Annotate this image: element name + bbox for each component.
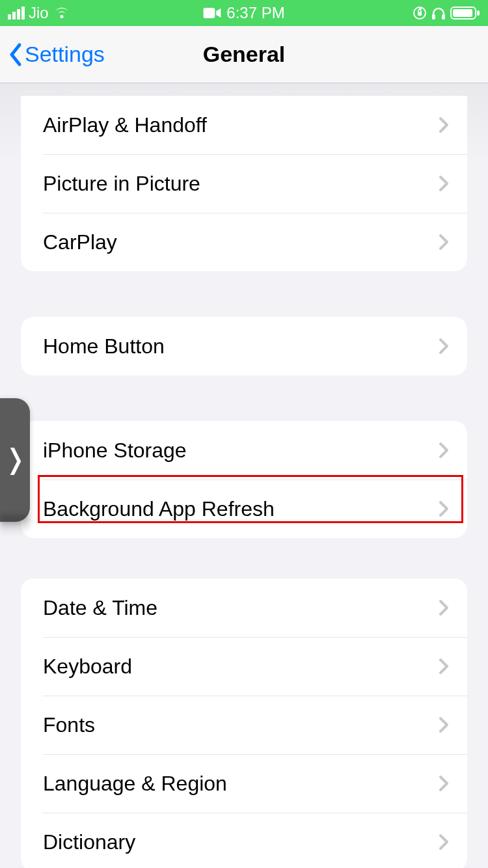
chevron-right-icon: ❭: [4, 443, 27, 475]
row-carplay[interactable]: CarPlay: [21, 213, 467, 271]
back-label: Settings: [25, 42, 105, 67]
row-iphone-storage[interactable]: iPhone Storage: [21, 421, 467, 480]
content-scroll-area[interactable]: AirPlay & Handoff Picture in Picture Car…: [0, 83, 488, 868]
chevron-right-icon: [439, 716, 467, 733]
status-left: Jio: [8, 4, 71, 22]
row-date-time[interactable]: Date & Time: [21, 578, 467, 637]
side-drawer-handle[interactable]: ❭: [0, 398, 30, 522]
row-dictionary[interactable]: Dictionary: [21, 813, 467, 868]
row-airplay-handoff[interactable]: AirPlay & Handoff: [21, 96, 467, 154]
svg-rect-7: [477, 10, 480, 16]
video-icon: [203, 7, 221, 19]
row-picture-in-picture[interactable]: Picture in Picture: [21, 154, 467, 213]
row-label: AirPlay & Handoff: [43, 113, 439, 137]
chevron-right-icon: [439, 175, 467, 192]
chevron-right-icon: [439, 834, 467, 850]
row-label: Home Button: [43, 334, 439, 359]
page-title: General: [203, 42, 286, 67]
svg-rect-0: [203, 8, 215, 18]
row-language-region[interactable]: Language & Region: [21, 754, 467, 813]
back-button[interactable]: Settings: [0, 42, 105, 67]
chevron-right-icon: [439, 338, 467, 355]
row-label: CarPlay: [43, 230, 439, 254]
row-label: Date & Time: [43, 596, 439, 620]
status-time: 6:37 PM: [226, 4, 284, 22]
orientation-lock-icon: [413, 6, 427, 20]
settings-group-2: iPhone Storage Background App Refresh: [21, 421, 467, 538]
chevron-right-icon: [439, 599, 467, 616]
status-right: [413, 6, 480, 20]
row-fonts[interactable]: Fonts: [21, 696, 467, 754]
battery-icon: [450, 6, 480, 20]
svg-rect-6: [453, 9, 472, 17]
chevron-right-icon: [439, 234, 467, 251]
headphone-icon: [431, 6, 446, 20]
chevron-right-icon: [439, 500, 467, 517]
svg-rect-2: [418, 12, 422, 16]
carrier-label: Jio: [29, 4, 49, 22]
row-background-app-refresh[interactable]: Background App Refresh: [21, 480, 467, 538]
settings-group-1: Home Button: [21, 317, 467, 375]
row-label: Picture in Picture: [43, 172, 439, 196]
settings-group-0: AirPlay & Handoff Picture in Picture Car…: [21, 95, 467, 271]
row-label: Fonts: [43, 713, 439, 737]
signal-bars-icon: [8, 7, 25, 20]
row-label: Language & Region: [43, 772, 439, 796]
chevron-right-icon: [439, 775, 467, 792]
chevron-right-icon: [439, 658, 467, 675]
chevron-left-icon: [8, 42, 22, 67]
wifi-icon: [53, 6, 71, 20]
row-keyboard[interactable]: Keyboard: [21, 637, 467, 696]
navigation-bar: Settings General: [0, 26, 488, 83]
status-center: 6:37 PM: [203, 4, 284, 22]
chevron-right-icon: [439, 442, 467, 459]
status-bar: Jio 6:37 PM: [0, 0, 488, 26]
svg-rect-3: [432, 14, 435, 20]
svg-rect-4: [442, 14, 445, 20]
settings-group-3: Date & Time Keyboard Fonts Language & Re…: [21, 578, 467, 868]
row-label: Background App Refresh: [43, 497, 439, 521]
row-home-button[interactable]: Home Button: [21, 317, 467, 375]
chevron-right-icon: [439, 116, 467, 133]
row-label: Keyboard: [43, 655, 439, 679]
row-label: iPhone Storage: [43, 439, 439, 463]
row-label: Dictionary: [43, 830, 439, 854]
